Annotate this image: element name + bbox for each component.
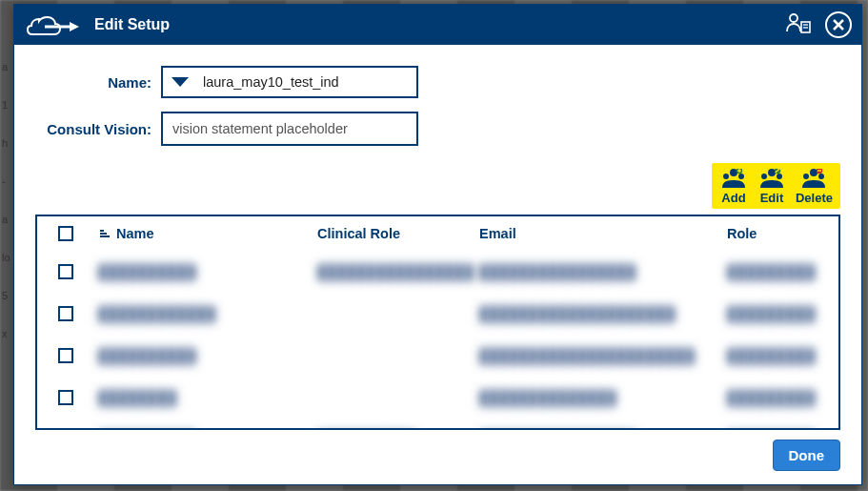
svg-point-18 (761, 174, 767, 179)
col-role[interactable]: Role (723, 216, 838, 251)
action-box: Add Edit (712, 163, 840, 209)
cell-email: ████████████████ (475, 251, 723, 293)
row-checkbox-cell (37, 335, 94, 377)
cell-email-value: ████████████████ (479, 264, 636, 279)
close-button[interactable] (825, 11, 852, 38)
vision-input[interactable] (163, 113, 416, 144)
cell-role: █████████ (723, 251, 838, 293)
cell-role-value: █████████ (727, 306, 815, 321)
svg-marker-1 (70, 22, 79, 31)
cell-email-value: ██████████████ (479, 390, 616, 405)
select-all-checkbox[interactable] (58, 226, 73, 241)
cell-clinical-role (313, 335, 475, 377)
row-checkbox[interactable] (58, 264, 73, 279)
cell-role: █████████ (723, 377, 838, 419)
cell-role-value: █████████ (727, 348, 815, 363)
cell-email: ██████████████ (475, 377, 723, 419)
cell-clinical-role: ██████████ (313, 419, 475, 428)
col-checkbox (37, 216, 94, 251)
cell-clinical-role (313, 293, 475, 335)
cell-email: ████████████████ (475, 419, 723, 428)
col-clinical-role[interactable]: Clinical Role (313, 216, 475, 251)
edit-button[interactable]: Edit (757, 169, 786, 205)
svg-point-14 (738, 174, 744, 179)
svg-point-20 (810, 169, 818, 176)
cell-email: ████████████████████ (475, 293, 723, 335)
modal-title: Edit Setup (94, 16, 170, 33)
add-label: Add (721, 191, 745, 205)
vision-row: Consult Vision: (35, 112, 840, 146)
svg-point-19 (777, 174, 782, 179)
done-button[interactable]: Done (773, 440, 841, 471)
row-checkbox-cell (37, 251, 94, 293)
col-name-label: Name (116, 226, 154, 241)
edit-setup-modal: Edit Setup Name: (13, 4, 862, 485)
add-button[interactable]: Add (719, 169, 748, 205)
svg-point-15 (768, 169, 776, 176)
cell-name: ████████ (94, 377, 313, 419)
cell-clinical-role: ████████████████ (313, 251, 475, 293)
action-strip: Add Edit (35, 163, 840, 209)
modal-titlebar: Edit Setup (14, 5, 861, 45)
cell-email-value: ████████████████████ (479, 306, 675, 321)
col-role-label: Role (727, 226, 757, 241)
table-scroll[interactable]: NameClinical RoleEmailRole██████████████… (37, 216, 838, 428)
cell-name: ████████████ (94, 293, 313, 335)
cell-role: █████████ (723, 419, 838, 428)
cell-email-value: ██████████████████████ (479, 348, 695, 363)
name-label: Name: (35, 74, 151, 91)
vision-field (161, 112, 418, 146)
cell-role-value: █████████ (727, 390, 815, 405)
row-checkbox-cell (37, 419, 94, 428)
modal-body: Name: Consult Vision: (14, 45, 861, 484)
vision-label: Consult Vision: (35, 121, 151, 137)
name-row: Name: (35, 66, 840, 98)
sort-icon (98, 228, 111, 239)
cell-role-value: █████████ (727, 264, 815, 279)
modal-footer: Done (35, 430, 840, 471)
name-input[interactable] (197, 68, 416, 96)
svg-point-23 (803, 174, 809, 179)
delete-button[interactable]: Delete (796, 169, 833, 205)
cell-role: █████████ (723, 335, 838, 377)
cell-role: █████████ (723, 293, 838, 335)
col-email-label: Email (479, 226, 516, 241)
svg-point-2 (790, 14, 797, 22)
row-checkbox[interactable] (58, 306, 73, 321)
cloud-arrow-icon (26, 12, 81, 37)
cell-clinical-role-value: ████████████████ (317, 264, 474, 279)
svg-point-24 (818, 174, 824, 179)
row-checkbox-cell (37, 293, 94, 335)
user-group-icon[interactable] (785, 12, 812, 37)
cell-name-value: ██████████ (98, 264, 196, 279)
delete-label: Delete (796, 191, 833, 205)
cell-name: ██████████ (94, 251, 313, 293)
name-dropdown-trigger[interactable] (163, 68, 197, 96)
svg-point-13 (723, 174, 729, 179)
row-checkbox[interactable] (58, 390, 73, 405)
cell-name: ██████████ (94, 419, 313, 428)
name-field (161, 66, 418, 98)
cell-clinical-role (313, 377, 475, 419)
col-email[interactable]: Email (475, 216, 723, 251)
col-name[interactable]: Name (94, 216, 313, 251)
participants-table: NameClinical RoleEmailRole██████████████… (35, 215, 840, 430)
cell-email: ██████████████████████ (475, 335, 723, 377)
col-clinical-role-label: Clinical Role (317, 226, 400, 241)
row-checkbox[interactable] (58, 348, 73, 363)
svg-marker-8 (172, 77, 189, 87)
cell-name-value: ██████████ (98, 348, 196, 363)
row-checkbox-cell (37, 377, 94, 419)
cell-name-value: ████████ (98, 390, 176, 405)
edit-label: Edit (760, 191, 784, 205)
cell-name: ██████████ (94, 335, 313, 377)
svg-point-9 (730, 169, 737, 176)
cell-name-value: ████████████ (98, 306, 215, 321)
obscured-side-content: a1h-alo5x (0, 48, 13, 486)
